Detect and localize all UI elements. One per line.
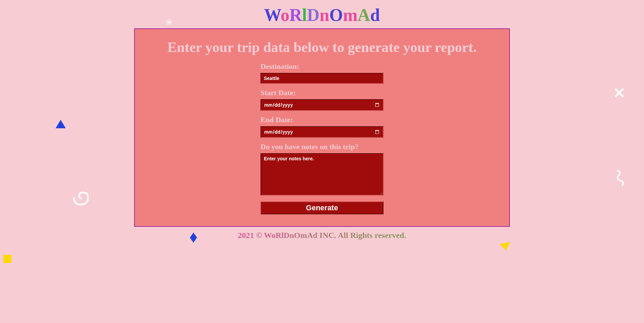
triangle-icon [56,120,66,128]
logo-char: R [289,5,302,25]
notes-textarea[interactable] [260,153,384,195]
logo-char: W [264,5,281,25]
destination-input[interactable] [260,73,384,84]
logo-char: n [319,5,329,25]
logo-char: D [307,5,320,25]
yellow-square-icon [3,255,11,263]
logo-char: O [329,5,343,25]
logo-char: A [358,5,370,25]
end-date-label: End Date: [260,115,384,124]
form-container: Destination: Start Date: End Date: Do yo… [260,62,384,214]
generate-button[interactable]: Generate [260,201,384,214]
end-date-input[interactable] [260,126,384,138]
trip-form-panel: Enter your trip data below to generate y… [134,28,510,227]
logo-char: o [281,5,289,25]
logo-char: l [302,5,307,25]
x-icon: ✕ [613,84,625,102]
logo-char: d [370,5,380,25]
squiggle-icon [614,169,627,190]
app-logo: WoRlDnOmAd [0,0,644,28]
footer-text: 2021 © WoRlDnOmAd INC. All Rights reserv… [0,227,644,244]
destination-label: Destination: [260,62,384,71]
start-date-input[interactable] [260,99,384,111]
notes-label: Do you have notes on this trip? [260,142,384,151]
start-date-label: Start Date: [260,88,384,97]
logo-char: m [343,5,358,25]
spiral-icon [72,189,91,211]
panel-title: Enter your trip data below to generate y… [148,39,496,55]
